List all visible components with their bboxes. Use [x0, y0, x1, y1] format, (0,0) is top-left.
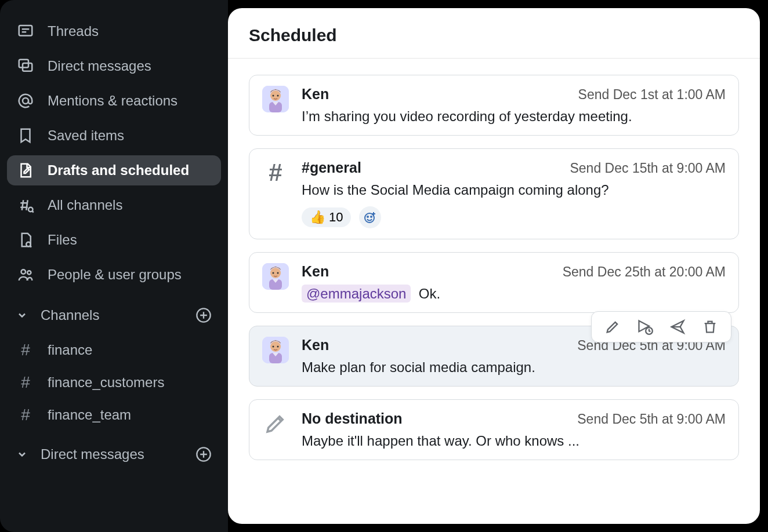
sender-name: Ken: [302, 86, 329, 103]
sender-name: #general: [302, 159, 361, 176]
nav-mentions[interactable]: Mentions & reactions: [7, 86, 221, 116]
main-content: Scheduled Ken Send Dec 1st at 1:00 AM I’…: [228, 8, 760, 524]
threads-icon: [16, 22, 35, 41]
svg-point-7: [27, 271, 31, 274]
channels-section-header[interactable]: Channels: [7, 301, 221, 329]
avatar: [262, 263, 289, 290]
message-toolbar: [591, 311, 731, 342]
files-icon: [16, 231, 35, 249]
edit-button[interactable]: [603, 318, 622, 336]
people-icon: [16, 265, 35, 284]
page-title: Scheduled: [249, 25, 739, 58]
nav-people[interactable]: People & user groups: [7, 260, 221, 290]
sidebar: Threads Direct messages Mentions & react…: [0, 0, 228, 532]
sender-name: No destination: [302, 410, 403, 427]
channels-label: Channels: [41, 307, 99, 323]
nav-label: All channels: [48, 197, 122, 213]
message-body: Make plan for social media campaign.: [302, 359, 726, 376]
nav-label: Direct messages: [48, 58, 151, 74]
scheduled-message[interactable]: No destination Send Dec 5th at 9:00 AM M…: [249, 399, 739, 460]
reactions: 👍 10: [302, 206, 726, 228]
nav-saved[interactable]: Saved items: [7, 121, 221, 151]
send-time: Send Dec 1st at 1:00 AM: [578, 87, 726, 103]
all-channels-icon: [16, 196, 35, 214]
add-channel-button[interactable]: [195, 307, 212, 323]
channel-item[interactable]: # finance_customers: [7, 369, 221, 396]
nav-all-channels[interactable]: All channels: [7, 190, 221, 220]
dm-label: Direct messages: [41, 446, 144, 462]
divider: [228, 58, 760, 59]
svg-point-12: [273, 95, 274, 97]
svg-point-21: [277, 272, 279, 274]
send-time: Send Dec 25th at 20:00 AM: [563, 264, 726, 280]
nav-direct-messages[interactable]: Direct messages: [7, 51, 221, 81]
nav-drafts[interactable]: Drafts and scheduled: [7, 155, 221, 185]
svg-point-3: [23, 98, 28, 104]
svg-point-6: [21, 269, 26, 274]
channel-item[interactable]: # finance_team: [7, 401, 221, 429]
mentions-icon: [16, 92, 35, 110]
svg-point-16: [367, 216, 368, 217]
dm-icon: [16, 57, 35, 75]
message-body: @emmajackson Ok.: [302, 286, 726, 302]
scheduled-message[interactable]: Ken Send Dec 25th at 20:00 AM @emmajacks…: [249, 252, 739, 313]
channel-avatar: #: [262, 159, 289, 186]
nav-label: Threads: [48, 23, 99, 39]
channel-label: finance: [48, 342, 92, 358]
reschedule-button[interactable]: [636, 318, 654, 336]
hash-icon: #: [16, 341, 35, 359]
avatar: [262, 86, 289, 112]
nav-label: Drafts and scheduled: [48, 162, 189, 178]
nav-label: People & user groups: [48, 267, 182, 283]
scheduled-list: Ken Send Dec 1st at 1:00 AM I’m sharing …: [249, 75, 739, 460]
hash-icon: #: [16, 373, 35, 392]
scheduled-message[interactable]: Ken Send Dec 1st at 1:00 AM I’m sharing …: [249, 75, 739, 136]
nav-files[interactable]: Files: [7, 225, 221, 255]
delete-button[interactable]: [701, 318, 719, 336]
sender-name: Ken: [302, 337, 329, 354]
nav-threads[interactable]: Threads: [7, 16, 221, 46]
svg-rect-0: [19, 25, 32, 36]
message-body: How is the Social Media campaign coming …: [302, 182, 726, 198]
nav-label: Mentions & reactions: [48, 93, 177, 109]
scheduled-message[interactable]: Ken Send Dec 5th at 9:00 AM Make plan fo…: [249, 326, 739, 387]
svg-point-20: [273, 272, 274, 274]
hash-icon: #: [16, 406, 35, 424]
draft-icon: [262, 410, 289, 437]
svg-point-15: [365, 213, 374, 223]
add-reaction-button[interactable]: [359, 206, 381, 228]
channel-label: finance_team: [48, 407, 131, 423]
send-time: Send Dec 15th at 9:00 AM: [570, 161, 726, 176]
mention[interactable]: @emmajackson: [302, 285, 411, 303]
channel-label: finance_customers: [48, 374, 164, 391]
svg-point-17: [371, 216, 372, 217]
add-dm-button[interactable]: [195, 446, 212, 462]
send-now-button[interactable]: [668, 318, 687, 336]
bookmark-icon: [16, 126, 35, 145]
sender-name: Ken: [302, 263, 329, 280]
svg-point-26: [273, 346, 274, 348]
scheduled-message[interactable]: # #general Send Dec 15th at 9:00 AM How …: [249, 148, 739, 239]
nav-label: Files: [48, 232, 77, 248]
reaction-thumbsup[interactable]: 👍 10: [302, 207, 351, 227]
avatar: [262, 337, 289, 363]
chevron-down-icon: [16, 449, 28, 460]
message-text: Ok.: [419, 286, 440, 301]
reaction-emoji: 👍: [310, 210, 325, 225]
svg-point-13: [277, 95, 279, 97]
channel-item[interactable]: # finance: [7, 336, 221, 364]
dm-section-header[interactable]: Direct messages: [7, 440, 221, 468]
svg-point-27: [277, 346, 279, 348]
send-time: Send Dec 5th at 9:00 AM: [577, 411, 726, 427]
message-body: I’m sharing you video recording of yeste…: [302, 108, 726, 125]
chevron-down-icon: [16, 309, 28, 321]
drafts-icon: [16, 161, 35, 180]
reaction-count: 10: [329, 210, 343, 225]
message-body: Maybe it'll happen that way. Or who know…: [302, 433, 726, 449]
nav-label: Saved items: [48, 127, 124, 144]
